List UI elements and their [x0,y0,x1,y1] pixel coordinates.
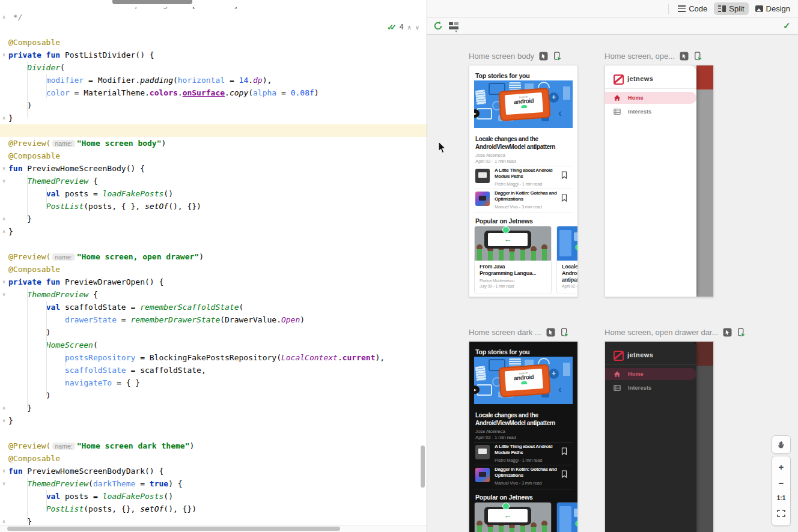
drawer-item-interests: Interests [605,382,696,394]
code-line [0,124,427,137]
android-robot-icon [521,105,527,109]
app-bar-behind-drawer [696,342,713,366]
jetnews-feed-preview-dark: Top stories for you + ‹ now in android ▶… [469,342,577,532]
code-line: PostList(posts, { }, setOf(), {}) [0,200,427,213]
preview-home-screen-open-drawer[interactable]: jetnews Home Interests [605,65,714,297]
run-preview-on-device-icon[interactable] [553,52,562,61]
post-meta: Manuel Vivo - 3 min read [495,480,541,486]
fold-marker-icon[interactable]: ∨ [1,162,7,175]
post-meta: Pietro Maggi - 1 min read [495,458,542,463]
fold-marker-icon[interactable]: ∧ [1,11,7,23]
interactive-preview-icon[interactable] [539,52,548,61]
indent-guide [46,74,47,98]
fold-marker-icon[interactable]: ∧ [1,414,7,427]
indent-guide [27,61,28,118]
tab-design[interactable]: Design [751,2,794,15]
bookmark-icon [561,193,567,204]
popular-card-meta: July 09 - 1 min read [480,284,514,288]
interactive-preview-icon[interactable] [680,52,689,61]
hscroll-thumb[interactable] [7,527,340,531]
code-line: Divider( [0,61,427,74]
view-options-button[interactable]: ▾ [448,20,460,32]
zoom-to-fit-button[interactable] [777,509,785,519]
hero-post-author: Jose Alcérreca [475,153,505,158]
tab-split[interactable]: Split [714,2,748,15]
run-preview-on-device-icon[interactable] [737,328,746,337]
post-title: A Little Thing about Android Module Path… [495,168,559,180]
android-badge-icon [502,503,510,510]
interactive-preview-icon[interactable] [546,328,555,337]
run-preview-on-device-icon[interactable] [693,52,702,61]
preview-title: Home screen, ope... [605,52,675,61]
fold-marker-icon[interactable]: ∨ [1,175,7,187]
tab-scroll-thumb[interactable] [112,0,192,4]
code-line: PostList(posts, {}, setOf(), {}) [0,503,427,515]
android-robot-icon [521,381,527,385]
plus-icon: + [549,369,559,379]
preview-home-screen-dark[interactable]: Top stories for you + ‹ now in android ▶… [469,341,578,532]
editor-horizontal-scrollbar[interactable] [0,525,427,532]
fold-marker-icon[interactable]: ∨ [1,465,7,477]
code-line: val scaffoldState = rememberScaffoldStat… [0,301,427,313]
tab-code[interactable]: Code [674,2,711,15]
indent-guide [27,175,28,219]
fold-marker-icon[interactable]: ∧ [1,225,7,238]
fold-marker-icon[interactable]: ∨ [1,276,7,288]
code-line: ∧} [0,225,427,238]
run-preview-on-device-icon[interactable] [560,328,569,337]
popular-card-partial: Locale changes and the AndroidViewModel … [556,226,578,294]
section-popular: Popular on Jetnews [475,217,533,225]
jetnews-feed-preview: Top stories for you + ‹ now in android ▶… [469,65,577,297]
code-line: ∧} [0,112,427,124]
code-line [0,427,427,440]
zoom-in-button[interactable]: + [779,462,784,471]
mouse-cursor [438,142,446,154]
fold-marker-icon[interactable]: ∧ [1,112,7,124]
code-line: ∨private fun PreviewDrawerOpen() { [0,276,427,288]
drawer-item-interests: Interests [605,106,696,118]
code-line: scaffoldState = scaffoldState, [0,364,427,376]
fold-marker-icon[interactable]: ∧ [1,402,7,414]
hero-post-meta: April 02 - 1 min read [475,435,516,440]
popular-card-partial: Locale changes and the AndroidViewModel … [556,502,578,532]
zoom-actual-size-button[interactable]: 1:1 [777,495,785,501]
fold-marker-icon[interactable]: ∨ [1,288,7,301]
popular-card-title: From Java [480,264,505,270]
indent-guide [65,313,65,321]
fold-marker-icon[interactable]: ∧ [1,213,7,225]
inspections-widget[interactable]: ✓✓ 4 ∧ ∨ [385,22,422,32]
code-line: ∨fun PreviewHomeScreenBody() { [0,162,427,175]
home-icon [614,94,621,101]
code-editor[interactable]: * Full width divider with padding for [P… [0,0,427,532]
refresh-previews-button[interactable] [432,20,444,32]
next-issue-icon[interactable]: ∨ [415,24,419,31]
code-view-icon [678,5,686,12]
editor-top-strip [0,0,427,7]
popular-card-image [557,503,578,532]
popular-card-author: Florina Muntenescu [480,279,514,283]
inspection-count: 4 [400,23,404,31]
interactive-preview-icon[interactable] [723,328,732,337]
editor-vertical-scrollbar[interactable] [421,446,425,488]
zoom-out-button[interactable]: − [779,479,784,488]
view-mode-tabs: Code Split Design [668,1,794,16]
pane-divider[interactable] [427,0,427,532]
fold-marker-icon[interactable]: ∨ [1,49,7,61]
tab-code-label: Code [689,4,707,13]
pan-button[interactable] [772,435,791,454]
plus-icon: + [549,92,559,103]
now-in-android-phone: now in android [498,364,550,397]
fit-screen-icon [777,510,785,517]
refresh-icon [433,20,443,31]
code-line: ∧} [0,414,427,427]
build-success-icon: ✓ [783,20,791,31]
preview-open-drawer-dark[interactable]: jetnews Home Interests [605,341,714,532]
android-studio-window: * Full width divider with padding for [P… [0,0,798,532]
now-in-android-phone: now in android [498,88,550,121]
fold-marker-icon[interactable]: ∨ [1,477,7,490]
hero-post-meta: April 02 - 1 min read [475,159,516,164]
preview-home-screen-body[interactable]: Top stories for you + ‹ now in android ▶… [469,65,578,297]
prev-issue-icon[interactable]: ∧ [407,24,412,31]
indent-guide [27,477,28,522]
android-badge-icon [502,226,510,234]
